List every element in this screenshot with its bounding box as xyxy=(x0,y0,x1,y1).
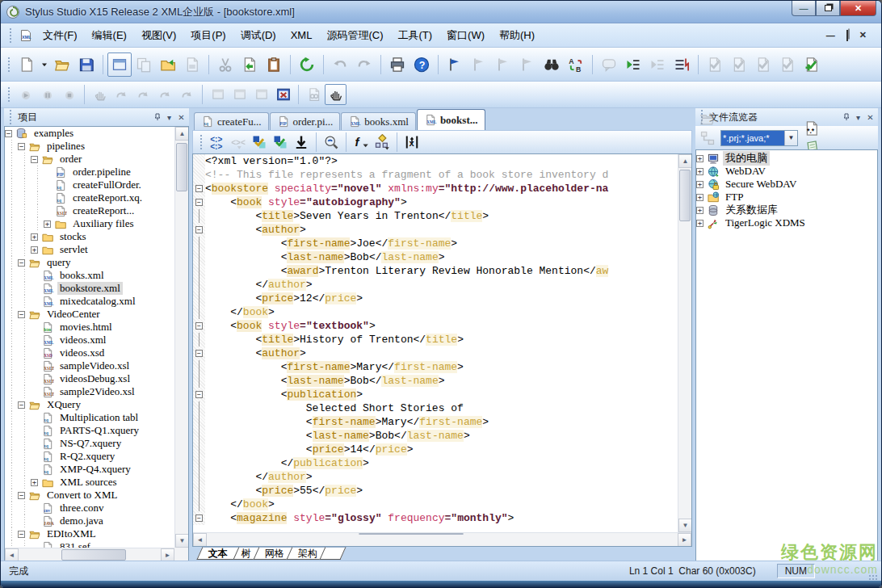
new-window-icon[interactable] xyxy=(107,52,132,77)
tree-item-pipelines[interactable]: −pipelines xyxy=(5,140,174,153)
tree-item-movies-html[interactable]: htmmovies.html xyxy=(5,321,174,334)
reorder-icon[interactable] xyxy=(670,52,694,77)
tree-item-xml-sources[interactable]: +XML sources xyxy=(5,476,174,489)
ed-val2-icon[interactable] xyxy=(270,132,291,152)
file-browser-close-icon[interactable]: ✕ xyxy=(864,111,876,123)
project-vertical-scrollbar[interactable]: ▲ ▼ xyxy=(174,127,188,548)
ed-schema-icon[interactable] xyxy=(372,132,393,152)
doc-add-check-icon[interactable] xyxy=(800,52,824,77)
tree-item-servlet[interactable]: +servlet xyxy=(5,243,174,256)
tree-item-videocenter[interactable]: −VideoCenter xyxy=(5,308,174,321)
mdi-minimize-button[interactable]: — xyxy=(826,31,835,40)
chevron-down-icon[interactable]: ▾ xyxy=(852,111,864,123)
wildcard-icon[interactable]: *.* xyxy=(801,119,821,138)
ed-preview-icon[interactable] xyxy=(321,132,342,152)
collapse-icon[interactable]: − xyxy=(18,311,25,318)
tree-item-parts-q1-xquery[interactable]: xqPARTS-Q1.xquery xyxy=(5,424,174,437)
collapse-icon[interactable]: − xyxy=(31,156,38,163)
tree-item-tigerlogic-xdms[interactable]: +TigerLogic XDMS xyxy=(696,216,877,229)
flag-icon[interactable] xyxy=(443,52,467,77)
binoculars-icon[interactable] xyxy=(540,52,564,77)
tree-item-createfullorder-[interactable]: xqcreateFullOrder. xyxy=(5,178,174,191)
mode-tab-文本[interactable]: 文本 xyxy=(196,547,239,560)
pin-icon[interactable] xyxy=(840,111,852,123)
fold-collapse-icon[interactable]: − xyxy=(193,195,205,209)
tree-item-xmp-q4-xquery[interactable]: xqXMP-Q4.xquery xyxy=(5,463,174,476)
fold-collapse-icon[interactable]: − xyxy=(193,388,205,401)
tree-item-831-sef[interactable]: EDI831.sef xyxy=(5,540,174,548)
tree-item-auxiliary-files[interactable]: +Auxiliary files xyxy=(5,217,174,230)
replace-ab-icon[interactable]: AB xyxy=(564,52,588,77)
collapse-icon[interactable]: − xyxy=(18,143,25,150)
tree-item--[interactable]: +关系数据库 xyxy=(696,204,877,216)
tree-item-webdav[interactable]: +WebDAV xyxy=(696,165,877,178)
tree-item-three-conv[interactable]: cnvthree.conv xyxy=(5,502,174,514)
menu-item-5[interactable]: XML xyxy=(284,26,320,44)
project-horizontal-scrollbar[interactable]: ◄ ► xyxy=(5,548,174,561)
expand-icon[interactable]: + xyxy=(31,479,38,486)
chevron-down-icon[interactable]: ▾ xyxy=(163,111,175,123)
tree-item-mixedcatalog-xml[interactable]: XMLmixedcatalog.xml xyxy=(5,295,174,308)
fold-collapse-icon[interactable]: − xyxy=(193,511,205,525)
tree-item-demo-java[interactable]: JAVAdemo.java xyxy=(5,514,174,527)
ed-match-icon[interactable]: x xyxy=(401,132,422,152)
tree-item-samplevideo-xsl[interactable]: XSLTsampleVideo.xsl xyxy=(5,359,174,372)
minimize-button[interactable]: — xyxy=(792,1,816,16)
code-editor[interactable]: <?xml version="1.0"?><!-- This file repr… xyxy=(192,153,692,547)
tree-item-stocks[interactable]: +stocks xyxy=(5,230,174,243)
open-green-icon[interactable] xyxy=(156,52,180,77)
tree-item-createreport-[interactable]: XSLTcreateReport... xyxy=(5,204,174,217)
ed-indent-icon[interactable]: <:><:> xyxy=(207,132,228,152)
editor-horizontal-scrollbar[interactable]: ◄ ► xyxy=(193,532,691,546)
tree-item-videos-xsd[interactable]: XSDvideos.xsd xyxy=(5,346,174,359)
menu-item-0[interactable]: 文件(F) xyxy=(36,26,85,44)
tree-item-books-xml[interactable]: XMLbooks.xml xyxy=(5,269,174,282)
close-button[interactable]: ✕ xyxy=(840,1,876,16)
tree-item-secure-webdav[interactable]: +Secure WebDAV xyxy=(696,178,877,191)
xslt-profiler-icon[interactable] xyxy=(272,84,294,105)
tree-item-createreport-xq-[interactable]: xqcreateReport.xq. xyxy=(5,191,174,204)
pin-icon[interactable] xyxy=(151,111,163,123)
mdi-restore-button[interactable] xyxy=(846,31,848,40)
fold-collapse-icon[interactable]: − xyxy=(193,346,205,360)
tree-item--[interactable]: +我的电脑 xyxy=(696,152,877,165)
new-file-icon[interactable] xyxy=(15,52,39,77)
tree-item-sample2video-xsl[interactable]: XSLTsample2Video.xsl xyxy=(5,385,174,398)
document-tab-createfu-[interactable]: xqcreateFu... xyxy=(194,112,269,130)
menu-item-3[interactable]: 项目(P) xyxy=(183,26,233,44)
expand-icon[interactable]: + xyxy=(696,181,704,188)
paste-green-icon[interactable] xyxy=(237,52,262,77)
menu-item-9[interactable]: 帮助(H) xyxy=(492,26,542,44)
goto-green-icon[interactable] xyxy=(621,52,645,77)
collapse-icon[interactable]: − xyxy=(18,401,25,409)
tree-item-order[interactable]: −order xyxy=(5,153,174,166)
menu-item-4[interactable]: 调试(D) xyxy=(233,26,284,44)
combo-dropdown-icon[interactable]: ▼ xyxy=(784,131,797,145)
tree-item-videos-xml[interactable]: XMLvideos.xml xyxy=(5,334,174,346)
tree-item-r-q2-xquery[interactable]: xqR-Q2.xquery xyxy=(5,450,174,463)
clipboard-icon[interactable] xyxy=(262,52,286,77)
arrow-down-small-icon[interactable] xyxy=(39,52,50,77)
expand-icon[interactable]: + xyxy=(44,220,51,228)
tree-item-examples[interactable]: −examples xyxy=(5,127,174,140)
tree-item-xquery[interactable]: −XQuery xyxy=(5,398,174,411)
ed-val1-icon[interactable] xyxy=(249,132,270,152)
fold-collapse-icon[interactable]: − xyxy=(193,223,205,237)
tree-item-ns-q7-xquery[interactable]: xqNS-Q7.xquery xyxy=(5,437,174,450)
ed-down-icon[interactable] xyxy=(291,132,312,152)
fold-collapse-icon[interactable]: − xyxy=(193,319,205,333)
tree-item-query[interactable]: −query xyxy=(5,256,174,269)
document-tab-bookst-[interactable]: XMLbookst... xyxy=(417,109,485,130)
tree-item-ftp[interactable]: +FTP xyxy=(696,191,877,204)
tree-item-editoxml[interactable]: −EDItoXML xyxy=(5,527,174,540)
project-close-icon[interactable]: ✕ xyxy=(175,111,187,123)
menu-item-7[interactable]: 工具(T) xyxy=(390,26,439,44)
collapse-icon[interactable]: − xyxy=(18,259,25,267)
menu-item-6[interactable]: 源码管理(C) xyxy=(319,26,390,44)
expand-icon[interactable]: + xyxy=(696,220,704,227)
expand-icon[interactable]: + xyxy=(696,155,704,162)
restore-button[interactable] xyxy=(816,1,840,16)
expand-icon[interactable]: + xyxy=(31,246,38,254)
file-filter-combobox[interactable]: *.prj;*.java;* ▼ xyxy=(720,130,798,146)
collapse-icon[interactable]: − xyxy=(18,531,25,538)
